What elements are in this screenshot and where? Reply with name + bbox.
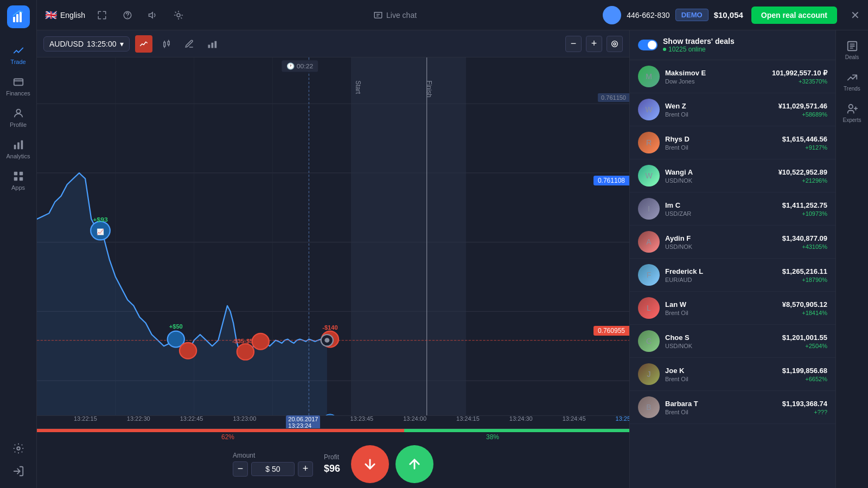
trends-tab[interactable]: Trends — [836, 67, 868, 96]
avatar: M — [638, 66, 660, 87]
trader-info: Choe S USD/NOK — [665, 333, 777, 349]
amount-input[interactable] — [251, 462, 295, 476]
volume-button[interactable] — [144, 7, 162, 24]
trader-stats: ¥11,029,571.46 +58689% — [778, 102, 827, 118]
avatar: R — [638, 132, 660, 153]
avatar: F — [638, 264, 660, 286]
avatar: L — [638, 297, 660, 319]
trader-stats: $1,201,001.55 +2504% — [782, 333, 827, 349]
price-label-mid: 0.761108 — [593, 176, 629, 185]
sidebar-item-apps[interactable]: Apps — [0, 165, 36, 196]
avatar: C — [638, 330, 660, 352]
online-dot — [663, 48, 666, 51]
amount-decrease-button[interactable]: − — [233, 461, 248, 477]
avatar — [603, 6, 621, 24]
svg-rect-15 — [163, 42, 165, 47]
list-item[interactable]: I Im C USD/ZAR $1,411,252.75 +10973% — [630, 192, 835, 226]
zoom-reset-button[interactable] — [607, 36, 623, 52]
trader-info: Aydin F USD/NOK — [665, 234, 777, 250]
trade-down-button[interactable] — [351, 445, 389, 483]
list-item[interactable]: A Aydin F USD/NOK $1,340,877.09 +43105% — [630, 226, 835, 259]
traders-online: 10225 online — [663, 46, 735, 53]
chart-svg: 📈 +$93 +$50 -$35-$50 -$140 — [37, 57, 629, 415]
svg-text:Start: Start — [354, 81, 362, 94]
sidebar-item-analytics[interactable]: Analytics — [0, 133, 36, 165]
sidebar-item-trade[interactable]: Trade — [0, 39, 36, 70]
trader-info: Im C USD/ZAR — [665, 201, 777, 217]
trader-stats: ¥8,570,905.12 +18414% — [782, 300, 827, 316]
traders-toggle[interactable] — [638, 40, 658, 50]
experts-tab[interactable]: Experts — [836, 99, 868, 127]
chart-candle-button[interactable] — [158, 35, 175, 53]
theme-button[interactable] — [170, 7, 187, 24]
chart-area[interactable]: 📈 +$93 +$50 -$35-$50 -$140 — [37, 57, 629, 415]
chart-draw-button[interactable] — [181, 35, 198, 53]
trader-stats: $1,265,216.11 +18790% — [782, 267, 827, 283]
sidebar-item-settings[interactable] — [10, 437, 27, 460]
list-item[interactable]: R Rhys D Brent Oil $1,615,446.56 +9127% — [630, 126, 835, 159]
chart-bar-button[interactable] — [203, 35, 221, 53]
svg-point-25 — [614, 43, 616, 45]
svg-text:Finish: Finish — [425, 81, 433, 98]
trader-info: Maksimov E Dow Jones — [665, 69, 767, 85]
list-item[interactable]: C Choe S USD/NOK $1,201,001.55 +2504% — [630, 325, 835, 358]
list-item[interactable]: F Frederick L EUR/AUD $1,265,216.11 +187… — [630, 259, 835, 292]
sidebar-item-profile[interactable]: Profile — [0, 102, 36, 133]
trader-info: Frederick L EUR/AUD — [665, 267, 777, 283]
user-info: 446-662-830 DEMO $10,054 — [603, 6, 743, 24]
profit-section: Profit $96 — [324, 453, 340, 474]
close-button[interactable]: ✕ — [851, 9, 860, 22]
svg-text:-$140: -$140 — [322, 325, 337, 331]
svg-rect-8 — [14, 172, 17, 175]
zoom-controls: − + — [565, 36, 623, 52]
user-id: 446-662-830 — [627, 11, 669, 20]
avatar: B — [638, 396, 660, 418]
svg-point-24 — [612, 41, 618, 47]
demo-badge: DEMO — [675, 9, 709, 21]
logo[interactable] — [7, 5, 30, 28]
open-real-account-button[interactable]: Open real account — [751, 7, 837, 24]
list-item[interactable]: B Barbara T Brent Oil $1,193,368.74 +??? — [630, 391, 835, 424]
avatar: A — [638, 231, 660, 253]
topbar: 🇬🇧 English — [37, 0, 868, 30]
svg-rect-7 — [21, 140, 23, 150]
amount-increase-button[interactable]: + — [298, 461, 313, 477]
traders-panel: Show traders' deals 10225 online M Maksi… — [629, 30, 835, 488]
svg-rect-9 — [19, 172, 22, 175]
list-item[interactable]: W Wen Z Brent Oil ¥11,029,571.46 +58689% — [630, 93, 835, 126]
avatar: I — [638, 198, 660, 220]
trader-info: Lan W Brent Oil — [665, 300, 777, 316]
asset-time: 13:25:00 — [87, 40, 117, 48]
zoom-in-button[interactable]: + — [586, 36, 602, 52]
sidebar-item-logout[interactable] — [10, 460, 27, 483]
fullscreen-button[interactable] — [93, 7, 111, 24]
zoom-out-button[interactable]: − — [565, 36, 582, 52]
profit-value: $96 — [324, 463, 340, 474]
list-item[interactable]: M Maksimov E Dow Jones 101,992,557.10 ₽ … — [630, 60, 835, 93]
list-item[interactable]: L Lan W Brent Oil ¥8,570,905.12 +18414% — [630, 292, 835, 325]
list-item[interactable]: J Joe K Brent Oil $1,199,856.68 +6652% — [630, 358, 835, 391]
trader-info: Joe K Brent Oil — [665, 367, 777, 382]
amount-label: Amount — [233, 452, 313, 459]
sentiment-bar — [37, 429, 629, 432]
far-right-panel: Deals Trends Experts — [835, 30, 868, 488]
sidebar-item-finances[interactable]: Finances — [0, 70, 36, 102]
deals-tab[interactable]: Deals — [836, 36, 868, 65]
bottom-bar: 62% 38% Amount − + Profit $96 — [37, 428, 629, 488]
trade-up-button[interactable] — [395, 445, 433, 483]
svg-rect-22 — [211, 42, 213, 48]
language-selector[interactable]: 🇬🇧 English — [45, 9, 85, 21]
svg-rect-1 — [16, 14, 18, 22]
svg-rect-11 — [19, 177, 22, 181]
chart-line-button[interactable] — [135, 35, 152, 53]
list-item[interactable]: W Wangi A USD/NOK ¥10,522,952.89 +21296% — [630, 159, 835, 192]
help-button[interactable] — [119, 7, 136, 24]
avatar: W — [638, 99, 660, 120]
balance: $10,054 — [714, 10, 743, 20]
timescale: 13:22:15 13:22:30 13:22:45 13:23:00 20.0… — [37, 415, 629, 428]
svg-point-4 — [16, 110, 20, 113]
trader-info: Barbara T Brent Oil — [665, 400, 777, 415]
svg-point-46 — [237, 344, 254, 360]
live-chat-button[interactable]: Live chat — [373, 10, 417, 20]
asset-selector[interactable]: AUD/USD 13:25:00 ▾ — [43, 36, 130, 52]
